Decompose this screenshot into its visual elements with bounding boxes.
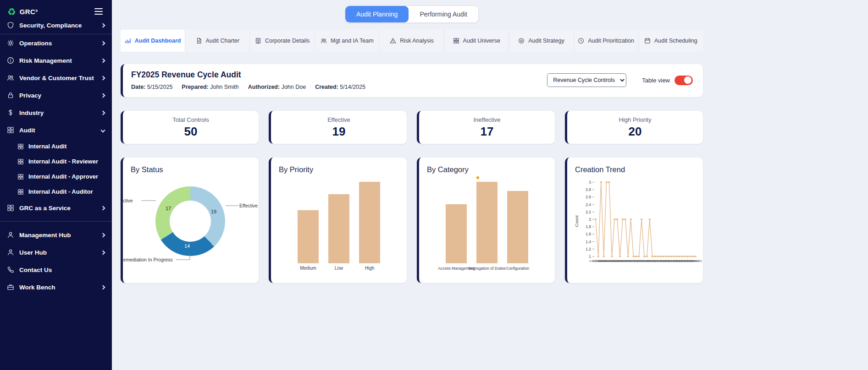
shield-icon: [7, 22, 14, 29]
sidebar-item-audit[interactable]: Audit: [0, 121, 112, 139]
sidebar-subitem-label: Internal Audit - Auditor: [28, 188, 93, 195]
tab-audit-prioritization[interactable]: Audit Prioritization: [574, 30, 639, 52]
sidebar-item-risk-management[interactable]: Risk Management: [0, 52, 112, 69]
chart-title: Creation Trend: [575, 165, 625, 174]
sidebar-item-user-hub[interactable]: User Hub: [0, 244, 112, 261]
stat-label: Ineffective: [473, 116, 500, 123]
people-icon: [321, 38, 327, 44]
bar-column-configuration: Configuration: [507, 191, 528, 271]
sidebar-subitem-internal-audit-auditor[interactable]: Internal Audit - Auditor: [0, 184, 112, 199]
svg-text:2.2: 2.2: [586, 210, 591, 214]
stat-label: Effective: [327, 116, 350, 123]
mode-option-audit-planning[interactable]: Audit Planning: [345, 6, 409, 22]
tab-audit-charter[interactable]: Audit Charter: [185, 30, 250, 52]
chart-title: By Status: [131, 165, 163, 174]
sidebar-item-management-hub[interactable]: Management Hub: [0, 226, 112, 244]
bar-column-segregation-of-duties: Segregation of Duties: [476, 182, 498, 271]
sidebar: ♻ GRC³ Security, ComplianceOperationsRis…: [0, 0, 112, 370]
chevron-right-icon: [101, 250, 105, 255]
stat-card-effective: Effective19: [269, 111, 407, 144]
sidebar-item-work-bench[interactable]: Work Bench: [0, 278, 112, 296]
tab-label: Audit Scheduling: [654, 38, 697, 44]
tab-label: Risk Analysis: [400, 38, 434, 44]
document-icon: [196, 38, 202, 44]
bar-label: Segregation of Duties: [468, 266, 506, 271]
tab-label: Audit Charter: [206, 38, 240, 44]
svg-text:2.6: 2.6: [586, 195, 591, 199]
tab-risk-analysis[interactable]: Risk Analysis: [380, 30, 444, 52]
svg-text:1.2: 1.2: [586, 247, 591, 251]
tab-audit-dashboard[interactable]: Audit Dashboard: [121, 30, 185, 52]
sidebar-subitem-internal-audit-reviewer[interactable]: Internal Audit - Reviewer: [0, 154, 112, 169]
chevron-right-icon: [101, 233, 105, 237]
sidebar-item-vendor-customer-trust[interactable]: Vendor & Customer Trust: [0, 69, 112, 87]
audit-header-controls: Revenue Cycle Controls Table view: [547, 73, 693, 87]
people-icon: [7, 74, 14, 82]
bar-column-access-management: Access Management: [446, 204, 467, 271]
lock-icon: [7, 92, 14, 99]
tab-bar: Audit DashboardAudit CharterCorporate De…: [121, 30, 703, 52]
bar-plot: Access ManagementSegregation of DutiesCo…: [419, 182, 555, 271]
stat-value: 19: [332, 125, 346, 139]
info-icon: [7, 57, 14, 64]
tab-audit-universe[interactable]: Audit Universe: [444, 30, 509, 52]
tab-label: Corporate Details: [265, 38, 310, 44]
briefcase-icon: [7, 283, 14, 291]
mode-option-performing-audit[interactable]: Performing Audit: [409, 6, 478, 22]
sidebar-item-label: Security, Compliance: [19, 22, 82, 29]
chart-card-by-category: By CategoryAccess ManagementSegregation …: [417, 158, 555, 283]
stat-value: 50: [184, 125, 198, 139]
building-icon: [255, 38, 261, 44]
y-axis-label: Count: [574, 215, 579, 227]
sidebar-divider: [0, 221, 112, 222]
controls-dropdown[interactable]: Revenue Cycle Controls: [547, 73, 626, 87]
sidebar-item-contact-us[interactable]: Contact Us: [0, 261, 112, 278]
sidebar-item-industry[interactable]: Industry: [0, 104, 112, 121]
tab-corporate-details[interactable]: Corporate Details: [250, 30, 315, 52]
app-logo-icon: ♻: [7, 7, 16, 16]
y-axis-ticks: 11.21.41.61.822.22.42.62.83: [586, 180, 594, 259]
tab-audit-scheduling[interactable]: Audit Scheduling: [639, 30, 703, 52]
target-icon: [518, 38, 525, 44]
meta-created: Created: 5/14/2025: [315, 84, 365, 90]
bar-label: Low: [335, 266, 343, 271]
svg-text:1.6: 1.6: [586, 232, 591, 236]
audit-header-left: FY2025 Revenue Cycle Audit Date: 5/15/20…: [131, 70, 365, 90]
table-view-label: Table view: [642, 77, 670, 84]
chevron-right-icon: [101, 76, 105, 80]
sidebar-item-label: User Hub: [19, 249, 47, 256]
bar-medium: [298, 210, 319, 263]
bar-column-high: High: [359, 182, 380, 271]
stat-label: High Priority: [619, 116, 652, 123]
audit-meta: Date: 5/15/2025Prepared: John SmithAutho…: [131, 84, 365, 90]
sidebar-item-privacy[interactable]: Privacy: [0, 87, 112, 104]
sidebar-subitem-internal-audit[interactable]: Internal Audit: [0, 139, 112, 154]
svg-text:2.4: 2.4: [586, 202, 591, 207]
sidebar-item-operations[interactable]: Operations: [0, 34, 112, 52]
chart-title: By Priority: [279, 165, 313, 174]
stat-value: 20: [629, 125, 642, 139]
table-view-toggle[interactable]: [674, 76, 693, 85]
tab-label: Mgt and IA Team: [331, 38, 374, 44]
stat-card-high-priority: High Priority20: [565, 111, 703, 144]
sidebar-item-label: Operations: [19, 40, 52, 47]
stats-row: Total Controls50Effective19Ineffective17…: [121, 111, 703, 144]
svg-text:3: 3: [589, 180, 591, 185]
bar-high: [359, 182, 380, 263]
sidebar-item-label: Contact Us: [19, 267, 52, 273]
sidebar-subitem-label: Internal Audit - Reviewer: [28, 158, 98, 165]
meta-date: Date: 5/15/2025: [131, 84, 172, 90]
sidebar-item-security-compliance[interactable]: Security, Compliance: [0, 16, 112, 34]
gear-icon: [7, 39, 14, 47]
bar-configuration: [507, 191, 528, 263]
sidebar-subitem-internal-audit-approver[interactable]: Internal Audit - Approver: [0, 169, 112, 184]
stat-card-ineffective: Ineffective17: [417, 111, 555, 144]
tab-audit-strategy[interactable]: Audit Strategy: [509, 30, 574, 52]
tab-mgt-and-ia-team[interactable]: Mgt and IA Team: [315, 30, 380, 52]
toggle-knob: [684, 76, 691, 84]
sidebar-item-grc-as-a-service[interactable]: GRC as a Service: [0, 199, 112, 217]
hamburger-menu-icon[interactable]: [93, 6, 105, 16]
bar-label: Medium: [300, 266, 316, 271]
svg-text:2.8: 2.8: [586, 187, 591, 192]
tab-label: Audit Prioritization: [588, 38, 634, 44]
